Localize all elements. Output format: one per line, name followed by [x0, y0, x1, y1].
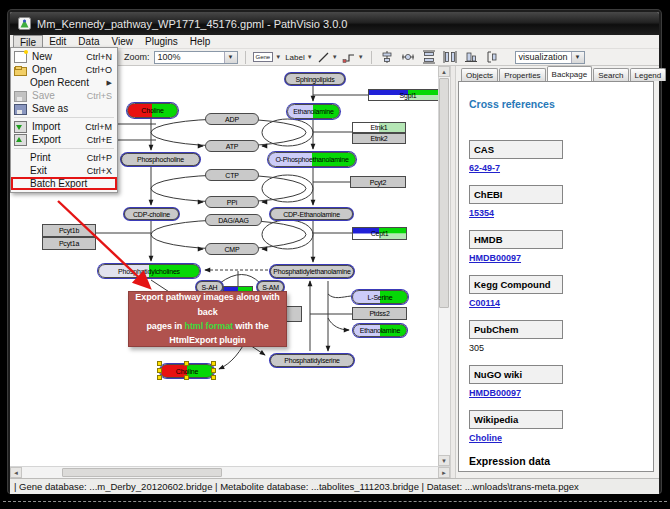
- file-menu-item-import[interactable]: ImportCtrl+M: [11, 120, 117, 133]
- pathway-node-ppi[interactable]: PPi: [205, 196, 259, 208]
- label-button-text: Label: [285, 53, 305, 62]
- align-middle-button[interactable]: [400, 50, 417, 64]
- cross-reference-link[interactable]: HMDB00097: [469, 253, 643, 263]
- title-bar[interactable]: Mm_Kennedy_pathway_WP1771_45176.gpml - P…: [10, 12, 659, 35]
- file-menu-item-save-as[interactable]: Save as: [11, 102, 117, 115]
- selection-handle[interactable]: [211, 361, 216, 366]
- pathway-node-pcyt2[interactable]: Pcyt2: [350, 176, 406, 188]
- visualization-combobox[interactable]: visualization ▼: [515, 51, 585, 64]
- pathway-node-atp[interactable]: ATP: [205, 140, 259, 152]
- distribute-horizontal-button[interactable]: [442, 50, 459, 64]
- tab-search[interactable]: Search: [593, 68, 628, 81]
- menu-shortcut: Ctrl+E: [87, 135, 112, 145]
- pathway-node-phosphatidylethanolamine[interactable]: Phosphatidylethanolamine: [270, 265, 354, 278]
- connector-icon: [342, 51, 356, 64]
- pathway-node-etnk2[interactable]: Etnk2: [352, 133, 406, 144]
- file-menu-item-open[interactable]: OpenCtrl+O: [11, 63, 117, 76]
- pathway-node-phosphocholine[interactable]: Phosphocholine: [121, 153, 200, 166]
- tab-legend[interactable]: Legend: [630, 68, 667, 81]
- chevron-down-icon[interactable]: ▼: [571, 52, 584, 63]
- menubar-item-help[interactable]: Help: [184, 35, 217, 48]
- scroll-down-icon[interactable]: ▼: [438, 455, 450, 466]
- cross-reference-link[interactable]: Choline: [469, 433, 643, 443]
- menu-shortcut: Ctrl+N: [86, 52, 112, 62]
- selection-handle[interactable]: [157, 375, 162, 380]
- distribute-vertical-button[interactable]: [421, 50, 438, 64]
- cross-reference-link[interactable]: 15354: [469, 208, 643, 218]
- new-label-button[interactable]: Label ▼: [285, 53, 313, 62]
- connector-tool-button[interactable]: ▼: [342, 51, 364, 64]
- pathway-node-pcyt1b[interactable]: Pcyt1b: [42, 224, 96, 237]
- selection-handle[interactable]: [157, 361, 162, 366]
- pathway-node-cdp-ethanolamine[interactable]: CDP-Ethanolamine: [270, 208, 353, 220]
- scale-button[interactable]: [484, 50, 501, 64]
- pathway-node-phosphatidylcholines[interactable]: Phosphatidylcholines: [98, 264, 200, 278]
- selection-handle[interactable]: [184, 361, 189, 366]
- scroll-right-icon[interactable]: ►: [438, 467, 450, 478]
- file-menu-item-open-recent[interactable]: Open Recent▶: [11, 76, 117, 89]
- pathway-node-cdp-choline[interactable]: CDP-choline: [124, 208, 179, 220]
- pathway-node-cmp[interactable]: CMP: [205, 243, 259, 255]
- pathway-node-ctp[interactable]: CTP: [205, 169, 259, 181]
- pathway-node-etnk1[interactable]: Etnk1: [352, 122, 406, 133]
- file-menu-item-new[interactable]: NewCtrl+N: [11, 50, 117, 63]
- pathway-node-hidden-gene-box[interactable]: [285, 306, 302, 322]
- selection-handle[interactable]: [184, 375, 189, 380]
- pathway-node-phosphatidylserine[interactable]: Phosphatidylserine: [270, 354, 354, 367]
- tab-backpage[interactable]: Backpage: [547, 66, 593, 81]
- new-gene-button[interactable]: Gene ▼: [253, 52, 282, 62]
- cross-references-heading: Cross references: [469, 98, 643, 110]
- cross-reference-link[interactable]: 62-49-7: [469, 163, 643, 173]
- selection-handle[interactable]: [211, 375, 216, 380]
- align-bottom-button[interactable]: [463, 50, 480, 64]
- menu-item-label: Print: [30, 152, 51, 163]
- canvas-vertical-scrollbar[interactable]: ▲ ▼: [438, 66, 450, 466]
- pathway-node-l-serine[interactable]: L-Serine: [352, 290, 408, 304]
- pathway-node-dag-aag[interactable]: DAG/AAG: [205, 214, 262, 226]
- cross-reference-link[interactable]: C00114: [469, 298, 643, 308]
- pathway-node-sphingolipids[interactable]: Sphingolipids: [285, 73, 345, 85]
- chevron-down-icon[interactable]: ▼: [224, 52, 237, 63]
- pathway-node-choline-top[interactable]: Choline: [127, 103, 178, 118]
- file-menu-item-batch-export[interactable]: Batch Export: [11, 177, 117, 190]
- selection-handle[interactable]: [157, 368, 162, 373]
- pathway-node-sgpl1[interactable]: Sgpl1: [368, 89, 438, 101]
- pathway-node-ethanolamine-top[interactable]: Ethanolamine: [287, 104, 340, 119]
- menubar-item-plugins[interactable]: Plugins: [139, 35, 184, 48]
- line-tool-button[interactable]: ▼: [317, 51, 338, 64]
- scroll-left-icon[interactable]: ◄: [10, 467, 22, 478]
- selection-handle[interactable]: [211, 368, 216, 373]
- zoom-combobox[interactable]: 100% ▼: [154, 51, 238, 64]
- cross-reference-link[interactable]: HMDB00097: [469, 388, 643, 398]
- tab-objects[interactable]: Objects: [461, 68, 498, 81]
- pathway-node-cept1[interactable]: Cept1: [352, 227, 407, 240]
- chevron-down-icon[interactable]: ▼: [358, 54, 364, 60]
- chevron-down-icon[interactable]: ▼: [307, 54, 313, 60]
- file-menu-item-print[interactable]: PrintCtrl+P: [11, 151, 117, 164]
- pathway-node-o-phosphoethanolamine[interactable]: O-Phosphoethanolamine: [268, 152, 356, 167]
- pathway-node-ptdss2[interactable]: Ptdss2: [352, 307, 407, 320]
- chevron-down-icon[interactable]: ▼: [275, 54, 281, 60]
- pathway-node-pcyt1a[interactable]: Pcyt1a: [42, 237, 96, 250]
- distribute-horizontal-icon: [443, 50, 457, 64]
- pathway-node-ethanolamine-bottom[interactable]: Ethanolamine: [353, 324, 407, 337]
- pathway-node-adp[interactable]: ADP: [205, 113, 259, 125]
- expression-data-heading: Expression data: [469, 455, 643, 467]
- file-menu-item-save[interactable]: SaveCtrl+S: [11, 89, 117, 102]
- file-menu-item-export[interactable]: ExportCtrl+E: [11, 133, 117, 146]
- vertical-scroll-thumb[interactable]: [439, 78, 449, 308]
- menu-shortcut: Ctrl+X: [87, 166, 112, 176]
- align-center-button[interactable]: [379, 50, 396, 64]
- backpage-panel[interactable]: Cross references CAS62-49-7ChEBI15354HMD…: [458, 81, 654, 472]
- canvas-horizontal-scrollbar[interactable]: ◄ ►: [10, 466, 450, 478]
- zoom-value: 100%: [158, 52, 181, 62]
- menu-icon-spacer: [14, 152, 25, 163]
- chevron-down-icon[interactable]: ▼: [332, 54, 338, 60]
- menu-icon-spacer: [14, 77, 25, 88]
- scroll-up-icon[interactable]: ▲: [438, 66, 450, 77]
- toolbar-separator: [245, 51, 246, 64]
- horizontal-scroll-thumb[interactable]: [62, 468, 222, 477]
- file-menu-item-exit[interactable]: ExitCtrl+X: [11, 164, 117, 177]
- tab-properties[interactable]: Properties: [499, 68, 545, 81]
- callout-line: pages in html format with the: [129, 319, 286, 333]
